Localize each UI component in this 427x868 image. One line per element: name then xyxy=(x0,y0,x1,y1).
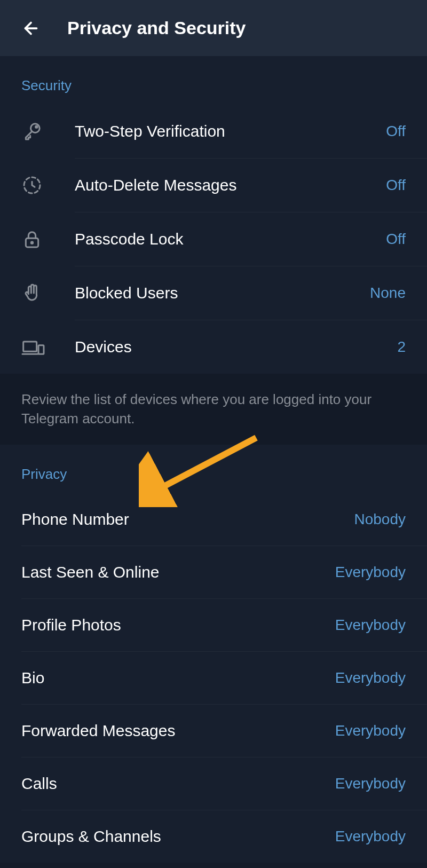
privacy-label: Forwarded Messages xyxy=(21,722,335,740)
page-title: Privacy and Security xyxy=(67,18,246,38)
setting-label: Blocked Users xyxy=(75,284,370,302)
privacy-value: Everybody xyxy=(335,775,406,792)
privacy-value: Everybody xyxy=(335,564,406,581)
section-header-privacy: Privacy xyxy=(0,445,427,493)
svg-rect-8 xyxy=(38,345,44,354)
info-text: Review the list of devices where you are… xyxy=(0,374,427,445)
lock-icon xyxy=(21,228,75,250)
privacy-phone-number[interactable]: Phone Number Nobody xyxy=(0,493,427,546)
devices-icon xyxy=(21,336,75,358)
setting-label: Auto-Delete Messages xyxy=(75,176,386,194)
section-header-security: Security xyxy=(0,56,427,105)
setting-label: Two-Step Verification xyxy=(75,122,386,140)
privacy-label: Profile Photos xyxy=(21,616,335,634)
privacy-value: Everybody xyxy=(335,722,406,739)
privacy-value: Everybody xyxy=(335,828,406,845)
back-button[interactable] xyxy=(21,19,41,38)
arrow-left-icon xyxy=(21,19,41,38)
privacy-groups-channels[interactable]: Groups & Channels Everybody xyxy=(0,810,427,863)
privacy-last-seen-online[interactable]: Last Seen & Online Everybody xyxy=(0,546,427,598)
timer-icon xyxy=(21,175,75,196)
setting-label: Passcode Lock xyxy=(75,230,386,248)
svg-point-2 xyxy=(36,126,37,128)
key-icon xyxy=(21,121,75,142)
setting-value: None xyxy=(370,285,406,302)
setting-devices[interactable]: Devices 2 xyxy=(0,320,427,374)
content: Security Two-Step Verification Off Auto-… xyxy=(0,56,427,863)
setting-value: 2 xyxy=(397,338,406,356)
privacy-profile-photos[interactable]: Profile Photos Everybody xyxy=(0,599,427,651)
privacy-label: Phone Number xyxy=(21,510,354,528)
privacy-label: Calls xyxy=(21,775,335,793)
setting-auto-delete-messages[interactable]: Auto-Delete Messages Off xyxy=(0,159,427,212)
setting-label: Devices xyxy=(75,338,397,356)
privacy-value: Everybody xyxy=(335,669,406,686)
privacy-label: Bio xyxy=(21,669,335,687)
hand-icon xyxy=(21,282,75,304)
setting-passcode-lock[interactable]: Passcode Lock Off xyxy=(0,212,427,266)
privacy-label: Last Seen & Online xyxy=(21,563,335,581)
svg-rect-6 xyxy=(23,342,37,351)
header: Privacy and Security xyxy=(0,0,427,56)
privacy-bio[interactable]: Bio Everybody xyxy=(0,652,427,704)
privacy-value: Nobody xyxy=(354,511,406,528)
svg-point-5 xyxy=(31,242,33,243)
setting-blocked-users[interactable]: Blocked Users None xyxy=(0,266,427,320)
setting-value: Off xyxy=(386,177,406,194)
privacy-label: Groups & Channels xyxy=(21,827,335,846)
privacy-forwarded-messages[interactable]: Forwarded Messages Everybody xyxy=(0,705,427,757)
setting-value: Off xyxy=(386,231,406,248)
privacy-calls[interactable]: Calls Everybody xyxy=(0,757,427,810)
privacy-value: Everybody xyxy=(335,617,406,634)
setting-value: Off xyxy=(386,123,406,140)
setting-two-step-verification[interactable]: Two-Step Verification Off xyxy=(0,105,427,158)
